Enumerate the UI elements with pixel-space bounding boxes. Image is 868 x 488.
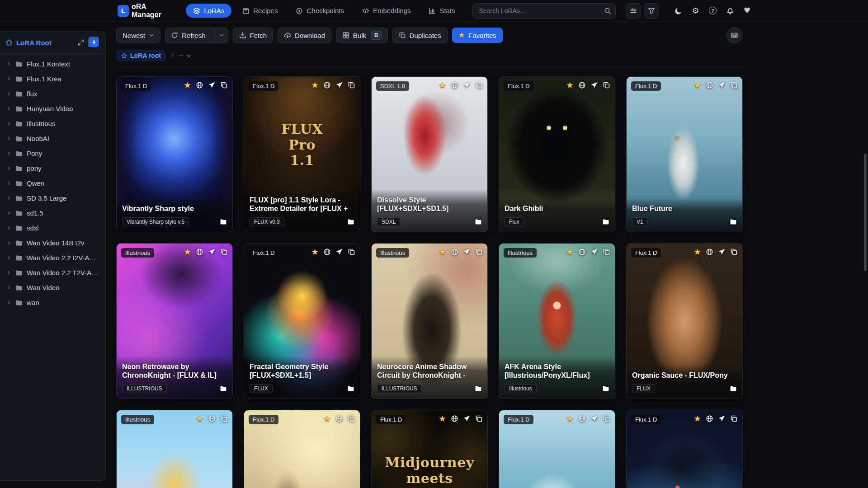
favorites-heart-icon[interactable]: ♥ [744,7,750,14]
move-to-folder-icon[interactable] [220,218,227,225]
sidebar-folder-item[interactable]: Qwen [0,176,105,191]
chevron-right-icon[interactable] [6,106,11,111]
fetch-button[interactable]: Fetch [233,28,274,43]
favorite-star-icon[interactable]: ★ [693,248,701,256]
funnel-filter-button[interactable] [644,3,659,19]
notifications-bell-icon[interactable] [726,7,734,15]
favorite-star-icon[interactable]: ★ [693,414,701,423]
globe-icon[interactable] [323,248,331,256]
globe-icon[interactable] [451,81,458,89]
lora-card[interactable]: SDXL 1.0 ★ Dissolve Style [FLUX+SDXL+SD1… [371,76,488,232]
download-button[interactable]: Download [278,28,331,43]
send-icon[interactable] [208,248,216,256]
move-to-folder-icon[interactable] [602,218,609,225]
chevron-right-icon[interactable] [6,225,11,230]
copy-icon[interactable] [220,81,228,89]
lora-card[interactable]: Flux.1 D ★ Organic Sauce - FLUX/Pony FLU… [626,243,743,399]
chevron-right-icon[interactable] [6,196,11,201]
pin-sidebar-button[interactable] [88,37,100,48]
send-icon[interactable] [208,81,216,89]
sidebar-folder-item[interactable]: Wan Video 2.2 T2V-A14B [0,265,105,280]
globe-icon[interactable] [208,415,216,422]
copy-icon[interactable] [475,81,483,89]
favorite-star-icon[interactable]: ★ [439,248,446,256]
send-icon[interactable] [463,81,471,89]
globe-icon[interactable] [578,81,586,89]
globe-icon[interactable] [451,248,458,256]
copy-icon[interactable] [603,415,610,422]
globe-icon[interactable] [578,415,586,422]
search-input[interactable] [472,3,616,19]
lora-card[interactable]: Illustrious ★ [116,410,233,488]
copy-icon[interactable] [730,81,738,89]
move-to-folder-icon[interactable] [347,218,354,225]
copy-icon[interactable] [475,248,483,256]
globe-icon[interactable] [706,81,713,89]
lora-card[interactable]: Illustrious ★ AFK Arena Style [Illustrio… [499,243,615,399]
globe-icon[interactable] [196,248,203,256]
sidebar-folder-item[interactable]: Wan Video 14B t2v [0,235,105,250]
page-scrollbar-thumb[interactable] [864,154,867,271]
chevron-right-icon[interactable] [6,166,11,171]
chevron-right-icon[interactable] [6,285,11,290]
copy-icon[interactable] [730,415,738,422]
chevron-right-icon[interactable] [6,121,11,126]
lora-card[interactable]: Flux.1 D ★ Dark Ghibli Flux [499,76,615,232]
globe-icon[interactable] [451,415,458,422]
sidebar-folder-item[interactable]: Hunyuan Video [0,101,105,116]
lora-card[interactable]: Flux.1 D ★ Vibrantly Sharp style Vibrant… [116,76,233,232]
lora-card[interactable]: Flux.1 D ★ [499,410,615,488]
globe-icon[interactable] [706,248,713,256]
favorite-star-icon[interactable]: ★ [566,414,574,423]
chevron-right-icon[interactable] [6,151,11,156]
copy-icon[interactable] [603,248,610,256]
lora-card[interactable]: Flux.1 D ★ Fractal Geometry Style [FLUX+… [244,243,360,399]
settings-gear-icon[interactable]: ⚙ [692,7,699,15]
chevron-right-icon[interactable] [6,270,11,275]
move-to-folder-icon[interactable] [475,385,482,392]
send-icon[interactable] [590,415,598,422]
globe-icon[interactable] [578,248,586,256]
send-icon[interactable] [718,248,726,256]
send-icon[interactable] [463,248,471,256]
sidebar-folder-item[interactable]: SD 3.5 Large [0,191,105,206]
chevron-right-icon[interactable] [6,255,11,260]
send-icon[interactable] [590,81,598,89]
move-to-folder-icon[interactable] [730,218,737,225]
lora-card[interactable]: Illustrious ★ Neurocore Anime Shadow Cir… [371,243,488,399]
sidebar-folder-item[interactable]: wan [0,295,105,310]
send-icon[interactable] [718,415,726,422]
move-to-folder-icon[interactable] [475,218,482,225]
send-icon[interactable] [590,248,598,256]
favorite-star-icon[interactable]: ★ [323,414,331,423]
sidebar-folder-item[interactable]: flux [0,86,105,101]
sidebar-folder-item[interactable]: Flux.1 Krea [0,71,105,86]
sidebar-folder-item[interactable]: Wan Video [0,280,105,295]
favorites-filter-button[interactable]: ★ Favorites [452,28,503,43]
copy-icon[interactable] [348,248,355,256]
favorite-star-icon[interactable]: ★ [311,248,319,256]
favorite-star-icon[interactable]: ★ [566,81,574,89]
copy-icon[interactable] [475,415,483,422]
move-to-folder-icon[interactable] [602,385,609,392]
keyboard-shortcuts-button[interactable] [726,27,743,43]
sidebar-folder-item[interactable]: Flux.1 Kontext [0,56,105,71]
copy-icon[interactable] [220,415,228,422]
globe-icon[interactable] [706,415,713,422]
breadcrumb-root[interactable]: LoRA root [116,50,166,61]
send-icon[interactable] [335,81,343,89]
favorite-star-icon[interactable]: ★ [196,414,203,423]
chevron-right-icon[interactable] [6,300,11,305]
duplicates-button[interactable]: Duplicates [392,28,448,43]
sort-select[interactable]: Newest [116,28,160,43]
nav-tab-loras[interactable]: LoRAs [186,4,231,18]
refresh-button[interactable]: Refresh [165,28,211,42]
chevron-right-icon[interactable] [6,181,11,186]
bulk-button[interactable]: Bulk B [336,28,388,43]
expand-all-icon[interactable] [77,39,85,46]
sliders-filter-button[interactable] [626,3,641,19]
favorite-star-icon[interactable]: ★ [439,414,446,423]
chevron-right-icon[interactable] [6,240,11,245]
dark-mode-moon-icon[interactable] [675,7,683,15]
favorite-star-icon[interactable]: ★ [184,248,191,256]
